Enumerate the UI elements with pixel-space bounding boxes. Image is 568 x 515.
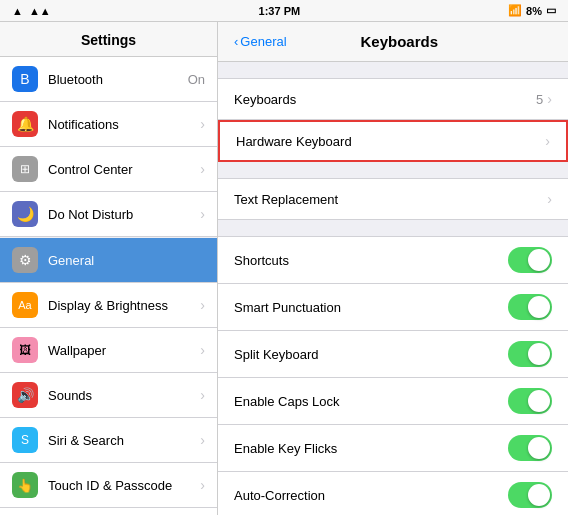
- back-label: General: [240, 34, 286, 49]
- signal-icon: ▲▲: [29, 5, 51, 17]
- status-left: ▲ ▲▲: [12, 5, 51, 17]
- auto-correction-cell[interactable]: Auto-Correction: [218, 472, 568, 515]
- text-replacement-cell[interactable]: Text Replacement ›: [218, 178, 568, 220]
- wallpaper-label: Wallpaper: [48, 343, 196, 358]
- hardware-keyboard-chevron: ›: [545, 133, 550, 149]
- sounds-chevron: ›: [200, 387, 205, 403]
- status-bar: ▲ ▲▲ 1:37 PM 📶 8% ▭: [0, 0, 568, 22]
- sidebar-item-siri[interactable]: S Siri & Search ›: [0, 418, 217, 463]
- sidebar-item-do-not-disturb[interactable]: 🌙 Do Not Disturb ›: [0, 192, 217, 237]
- shortcuts-label: Shortcuts: [234, 253, 508, 268]
- right-header: ‹ General Keyboards: [218, 22, 568, 62]
- sidebar-item-general[interactable]: ⚙ General: [0, 238, 217, 283]
- sidebar-title: Settings: [0, 22, 217, 57]
- display-chevron: ›: [200, 297, 205, 313]
- wallpaper-icon: 🖼: [12, 337, 38, 363]
- keyboards-group: Keyboards 5 › Hardware Keyboard ›: [218, 78, 568, 162]
- hardware-keyboard-label: Hardware Keyboard: [236, 134, 545, 149]
- back-button[interactable]: ‹ General: [234, 34, 287, 49]
- bluetooth-label: Bluetooth: [48, 72, 188, 87]
- display-icon: Aa: [12, 292, 38, 318]
- hardware-keyboard-cell[interactable]: Hardware Keyboard ›: [218, 120, 568, 162]
- sidebar-item-bluetooth[interactable]: B Bluetooth On: [0, 57, 217, 102]
- touchid-label: Touch ID & Passcode: [48, 478, 196, 493]
- enable-key-flicks-toggle[interactable]: [508, 435, 552, 461]
- back-chevron-icon: ‹: [234, 34, 238, 49]
- split-keyboard-toggle[interactable]: [508, 341, 552, 367]
- notifications-label: Notifications: [48, 117, 196, 132]
- sidebar-item-control-center[interactable]: ⊞ Control Center ›: [0, 147, 217, 192]
- bluetooth-icon: B: [12, 66, 38, 92]
- keyboards-chevron: ›: [547, 91, 552, 107]
- enable-key-flicks-label: Enable Key Flicks: [234, 441, 508, 456]
- sidebar-item-battery[interactable]: ⚡ Battery ›: [0, 508, 217, 515]
- sidebar-item-touchid[interactable]: 👆 Touch ID & Passcode ›: [0, 463, 217, 508]
- control-center-icon: ⊞: [12, 156, 38, 182]
- siri-label: Siri & Search: [48, 433, 196, 448]
- control-center-label: Control Center: [48, 162, 196, 177]
- enable-caps-lock-cell[interactable]: Enable Caps Lock: [218, 378, 568, 425]
- text-replacement-group: Text Replacement ›: [218, 178, 568, 220]
- control-center-chevron: ›: [200, 161, 205, 177]
- split-keyboard-cell[interactable]: Split Keyboard: [218, 331, 568, 378]
- general-icon: ⚙: [12, 247, 38, 273]
- sidebar-item-sounds[interactable]: 🔊 Sounds ›: [0, 373, 217, 418]
- status-time: 1:37 PM: [259, 5, 301, 17]
- enable-caps-lock-label: Enable Caps Lock: [234, 394, 508, 409]
- sidebar-item-notifications[interactable]: 🔔 Notifications ›: [0, 102, 217, 147]
- smart-punctuation-label: Smart Punctuation: [234, 300, 508, 315]
- page-title: Keyboards: [287, 33, 512, 50]
- touchid-icon: 👆: [12, 472, 38, 498]
- split-keyboard-label: Split Keyboard: [234, 347, 508, 362]
- auto-correction-toggle[interactable]: [508, 482, 552, 508]
- siri-icon: S: [12, 427, 38, 453]
- text-replacement-label: Text Replacement: [234, 192, 547, 207]
- auto-correction-label: Auto-Correction: [234, 488, 508, 503]
- main-layout: Settings B Bluetooth On 🔔 Notifications …: [0, 22, 568, 515]
- text-replacement-chevron: ›: [547, 191, 552, 207]
- siri-chevron: ›: [200, 432, 205, 448]
- keyboards-cell-label: Keyboards: [234, 92, 536, 107]
- shortcuts-toggle[interactable]: [508, 247, 552, 273]
- smart-punctuation-toggle[interactable]: [508, 294, 552, 320]
- do-not-disturb-label: Do Not Disturb: [48, 207, 196, 222]
- do-not-disturb-chevron: ›: [200, 206, 205, 222]
- toggles-group: Shortcuts Smart Punctuation Split Keyboa…: [218, 236, 568, 515]
- keyboards-cell[interactable]: Keyboards 5 ›: [218, 78, 568, 120]
- general-label: General: [48, 253, 205, 268]
- battery-percent: 8%: [526, 5, 542, 17]
- status-right: 📶 8% ▭: [508, 4, 556, 17]
- keyboards-cell-value: 5: [536, 92, 543, 107]
- wifi-icon: ▲: [12, 5, 23, 17]
- bluetooth-value: On: [188, 72, 205, 87]
- shortcuts-cell[interactable]: Shortcuts: [218, 236, 568, 284]
- battery-icon: ▭: [546, 4, 556, 17]
- right-panel: ‹ General Keyboards Keyboards 5 › Hardwa…: [218, 22, 568, 515]
- enable-caps-lock-toggle[interactable]: [508, 388, 552, 414]
- do-not-disturb-icon: 🌙: [12, 201, 38, 227]
- bluetooth-status-icon: 📶: [508, 4, 522, 17]
- sounds-label: Sounds: [48, 388, 196, 403]
- enable-key-flicks-cell[interactable]: Enable Key Flicks: [218, 425, 568, 472]
- notifications-icon: 🔔: [12, 111, 38, 137]
- wallpaper-chevron: ›: [200, 342, 205, 358]
- smart-punctuation-cell[interactable]: Smart Punctuation: [218, 284, 568, 331]
- sounds-icon: 🔊: [12, 382, 38, 408]
- sidebar-item-display[interactable]: Aa Display & Brightness ›: [0, 283, 217, 328]
- display-label: Display & Brightness: [48, 298, 196, 313]
- sidebar: Settings B Bluetooth On 🔔 Notifications …: [0, 22, 218, 515]
- sidebar-item-wallpaper[interactable]: 🖼 Wallpaper ›: [0, 328, 217, 373]
- touchid-chevron: ›: [200, 477, 205, 493]
- notifications-chevron: ›: [200, 116, 205, 132]
